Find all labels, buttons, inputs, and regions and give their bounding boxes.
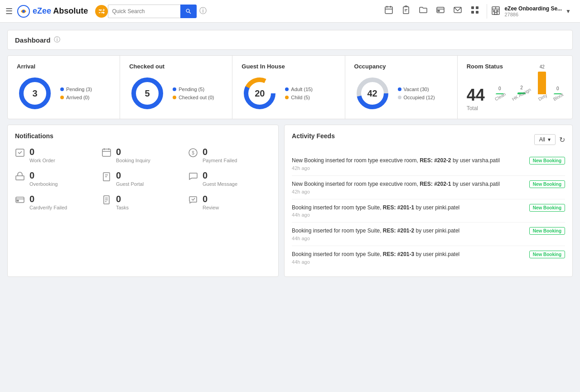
svg-rect-12 <box>403 7 409 14</box>
svg-rect-19 <box>471 6 474 9</box>
search-input[interactable] <box>108 5 180 18</box>
bar-value: 0 <box>556 86 559 91</box>
notifications-title: Notifications <box>15 132 271 140</box>
notification-item[interactable]: 0 Work Order <box>15 147 98 163</box>
occupancy-donut: 42 <box>354 75 391 111</box>
notif-count: 0 <box>116 170 144 180</box>
svg-point-1 <box>22 10 25 13</box>
notification-item[interactable]: 0 Tasks <box>102 194 184 210</box>
activity-text: New Booking inserted for room type execu… <box>292 157 525 165</box>
notif-label: Guest Message <box>203 181 237 187</box>
card-icon[interactable] <box>436 5 445 17</box>
guest-in-house-value: 20 <box>255 88 265 99</box>
svg-rect-48 <box>17 200 19 201</box>
notif-content: 0 Review <box>203 194 219 210</box>
svg-rect-17 <box>438 10 440 11</box>
arrival-title: Arrival <box>17 63 111 70</box>
notif-icon-guest-portal <box>102 171 111 184</box>
notif-content: 0 Cardverify Failed <box>29 194 67 210</box>
activity-item: New Booking inserted for room type execu… <box>292 152 565 176</box>
notification-item[interactable]: 0 Overbooking <box>15 170 98 187</box>
arrival-legend: Pending (3) Arrived (0) <box>60 87 92 100</box>
svg-rect-21 <box>471 11 474 14</box>
checkout-pending-legend: Pending (5) <box>173 87 214 92</box>
activity-badge[interactable]: New Booking <box>529 204 565 212</box>
adult-legend: Adult (15) <box>285 87 313 92</box>
logo-icon <box>17 5 30 18</box>
help-icon[interactable]: ⓘ <box>199 6 207 16</box>
search-icon <box>185 8 192 15</box>
folder-icon[interactable] <box>419 5 428 17</box>
activity-badge[interactable]: New Booking <box>529 180 565 188</box>
activity-time: 44h ago <box>292 212 525 218</box>
dashboard-info-icon[interactable]: ⓘ <box>54 36 60 44</box>
notif-icon-cardverify-failed <box>15 195 25 207</box>
notif-icon-overbooking <box>15 171 25 184</box>
notification-item[interactable]: 0 Guest Portal <box>102 170 184 187</box>
svg-rect-8 <box>385 7 392 14</box>
activity-item-left: New Booking inserted for room type execu… <box>292 157 525 171</box>
bottom-row: Notifications 0 Work Order 0 Booking Inq… <box>7 125 573 277</box>
room-status-bar-chart: 0 Clean 2 HK Assign 42 Dirty 0 Block <box>494 75 563 111</box>
notification-item[interactable]: 0 Cardverify Failed <box>15 194 98 210</box>
occupancy-title: Occupancy <box>354 63 448 70</box>
activity-text: Booking inserted for room type Suite, RE… <box>292 251 525 258</box>
checked-out-title: Checked out <box>129 63 223 70</box>
activity-header: Activity Feeds All ▾ ↻ <box>292 132 565 147</box>
hamburger-menu[interactable]: ☰ <box>5 6 13 16</box>
random-icon[interactable] <box>95 5 108 18</box>
arrival-donut: 3 <box>17 75 53 111</box>
clipboard-icon[interactable] <box>401 5 411 17</box>
notif-icon-tasks <box>102 195 111 207</box>
bar-col: 0 Clean <box>494 86 506 102</box>
guest-in-house-title: Guest In House <box>242 63 335 70</box>
activity-item: Booking inserted for room type Suite, RE… <box>292 246 565 269</box>
activity-item-left: Booking inserted for room type Suite, RE… <box>292 227 525 241</box>
activity-filter[interactable]: All ▾ <box>534 134 556 145</box>
activity-time: 42h ago <box>292 165 525 171</box>
topnav-icons <box>384 5 479 17</box>
user-info: eZee Onboarding Se... 27886 <box>504 5 562 17</box>
room-status-card: Room Status 44 Total 0 Clean 2 HK Assign… <box>458 56 572 119</box>
notif-count: 0 <box>116 194 129 204</box>
svg-text:$: $ <box>192 150 194 155</box>
calendar-icon[interactable] <box>384 5 393 17</box>
occupancy-value: 42 <box>367 88 377 99</box>
checked-out-donut: 5 <box>129 75 165 111</box>
notification-item[interactable]: 0 Booking Inquiry <box>102 147 184 163</box>
svg-rect-27 <box>497 10 498 12</box>
search-button[interactable] <box>180 5 197 18</box>
dashboard-title: Dashboard <box>15 36 50 44</box>
checkout-done-legend: Checked out (0) <box>173 95 214 100</box>
arrival-pending-legend: Pending (3) <box>60 87 92 92</box>
chevron-down-icon: ▾ <box>548 136 551 143</box>
room-total-num: 44 <box>467 87 485 103</box>
apps-icon[interactable] <box>470 5 479 17</box>
bar-value: 42 <box>540 64 545 69</box>
refresh-icon[interactable]: ↻ <box>559 136 565 144</box>
logo: eZee Absolute <box>17 5 88 18</box>
notification-item[interactable]: 0 Guest Message <box>188 170 271 187</box>
notification-item[interactable]: 0 Review <box>188 194 271 210</box>
room-total: 44 Total <box>467 87 485 111</box>
checked-out-donut-area: 5 Pending (5) Checked out (0) <box>129 75 223 111</box>
notif-count: 0 <box>203 147 237 157</box>
notif-icon-booking-inquiry <box>102 148 111 160</box>
top-navigation: ☰ eZee Absolute ⓘ <box>0 0 580 23</box>
svg-rect-42 <box>16 176 24 180</box>
activity-feeds-title: Activity Feeds <box>292 132 335 140</box>
search-container: ⓘ <box>108 5 217 18</box>
arrival-value: 3 <box>32 88 37 99</box>
activity-badge[interactable]: New Booking <box>529 157 565 165</box>
checked-out-legend: Pending (5) Checked out (0) <box>173 87 214 100</box>
activity-panel: Activity Feeds All ▾ ↻ New Booking inser… <box>284 125 573 277</box>
chevron-down-icon: ▼ <box>566 8 571 15</box>
user-menu[interactable]: eZee Onboarding Se... 27886 ▼ <box>487 5 575 17</box>
notification-item[interactable]: $ 0 Payment Failed <box>188 147 271 163</box>
notif-label: Review <box>203 205 219 210</box>
notif-label: Booking Inquiry <box>116 158 150 163</box>
activity-badge[interactable]: New Booking <box>529 251 565 258</box>
mail-icon[interactable] <box>453 5 462 17</box>
activity-badge[interactable]: New Booking <box>529 227 565 235</box>
activity-item-left: Booking inserted for room type Suite, RE… <box>292 251 525 265</box>
